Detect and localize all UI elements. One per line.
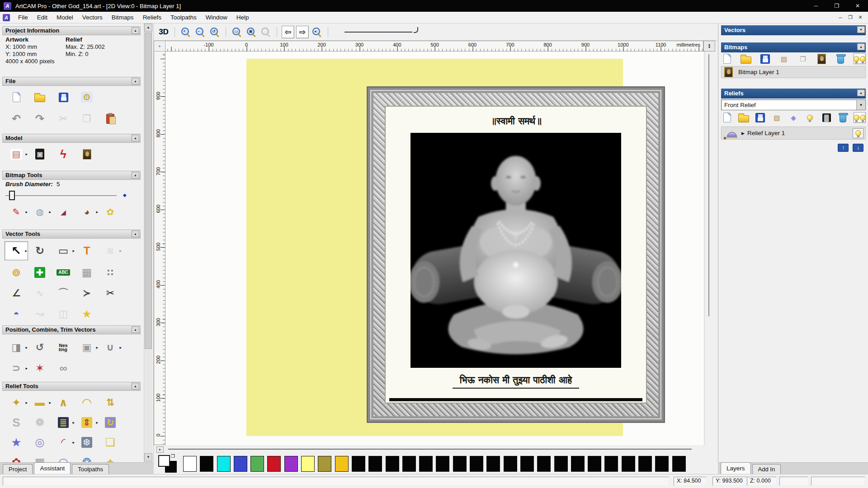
greyscale-preview-icon[interactable]: ▓	[821, 112, 833, 123]
canvas-2d-view[interactable]: ॥स्वामी समर्थ॥	[165, 52, 703, 445]
tab-layers[interactable]: Layers	[721, 462, 751, 474]
transform-vectors-icon[interactable]: ↻	[28, 241, 52, 260]
save-relief-icon[interactable]	[754, 112, 766, 123]
menu-item-vectors[interactable]: Vectors	[78, 13, 107, 22]
mirror-vectors-icon[interactable]: ◫	[52, 305, 75, 324]
slider-track[interactable]	[5, 195, 117, 196]
color-swatch[interactable]	[638, 456, 652, 472]
zoom-object-icon[interactable]	[259, 26, 272, 38]
color-swatch[interactable]	[352, 456, 365, 472]
color-swatch[interactable]	[486, 456, 500, 472]
color-swatch[interactable]	[436, 456, 449, 472]
link-colors-icon[interactable]: ❒	[171, 454, 175, 459]
add-relief-layer-icon[interactable]: ◆	[788, 112, 800, 123]
tab-assistant[interactable]: Assistant	[34, 462, 71, 474]
new-bitmap-icon[interactable]	[721, 53, 733, 64]
sculpt-relief-icon[interactable]: ✦▸	[5, 393, 28, 412]
color-swatch[interactable]	[335, 456, 349, 472]
smooth-relief-icon[interactable]: S	[5, 413, 28, 432]
collapse-model-button[interactable]: ▲	[132, 135, 139, 141]
paste-icon[interactable]	[99, 109, 122, 128]
zoom-box-icon[interactable]: ▭	[231, 26, 243, 38]
save-bitmap-icon[interactable]	[759, 53, 771, 64]
color-swatch[interactable]	[250, 456, 264, 472]
paint-icon[interactable]: ✎▸	[5, 202, 28, 221]
collapse-relief-tools-button[interactable]: ▲	[132, 383, 139, 389]
color-palette-icon[interactable]: ◕▸	[75, 202, 99, 221]
create-arc-icon[interactable]: ≻	[75, 284, 99, 303]
menu-item-model[interactable]: Model	[52, 13, 78, 22]
relief-combination-dropdown[interactable]: Front Relief ▼	[721, 99, 866, 110]
relief-dome-icon[interactable]: ◠	[75, 393, 99, 412]
merge-bitmap-icon[interactable]: ❐	[797, 53, 809, 64]
shape-editor-icon[interactable]: ★	[5, 433, 28, 452]
paint-selective-icon[interactable]: ✿	[99, 202, 122, 221]
color-swatch[interactable]	[604, 456, 618, 472]
color-swatch[interactable]	[318, 456, 331, 472]
create-star-icon[interactable]: ★	[75, 305, 99, 324]
menu-item-reliefs[interactable]: Reliefs	[138, 13, 166, 22]
text-on-curve-icon[interactable]: ↺	[28, 338, 52, 357]
color-palette-icon-flyout[interactable]: ▸	[96, 210, 98, 214]
wrap-vectors-icon[interactable]: ◓	[5, 305, 28, 324]
tab-add-in[interactable]: Add In	[752, 464, 781, 474]
model-area[interactable]: ॥स्वामी समर्थ॥	[246, 59, 623, 436]
set-model-size-icon[interactable]: ▤▸	[5, 145, 28, 164]
fit-curve-icon[interactable]: ⌒	[52, 284, 75, 303]
trash-bitmap-icon[interactable]	[835, 53, 847, 64]
zoom-previous-icon[interactable]: ↺	[208, 26, 221, 38]
color-swatch[interactable]	[672, 456, 686, 472]
flood-fill-icon-flyout[interactable]: ▸	[49, 210, 51, 214]
ruler-options-button[interactable]: ▲ ▼	[703, 41, 715, 52]
relief-layer-expander-icon[interactable]: ▶	[741, 131, 745, 136]
color-swatch[interactable]	[267, 456, 281, 472]
brush-diameter-slider[interactable]	[5, 191, 117, 201]
relief-transfer-icon[interactable]: ⇅	[99, 393, 122, 412]
menu-item-edit[interactable]: Edit	[33, 13, 52, 22]
menu-item-toolpaths[interactable]: Toolpaths	[166, 13, 201, 22]
color-swatch[interactable]	[453, 456, 467, 472]
menu-item-window[interactable]: Window	[201, 13, 232, 22]
color-swatch[interactable]	[284, 456, 298, 472]
primary-color-swatch[interactable]	[158, 455, 170, 467]
trash-relief-icon[interactable]	[837, 112, 849, 123]
color-swatch[interactable]	[571, 456, 585, 472]
extra-relief-1-icon[interactable]: ✿	[5, 453, 28, 462]
mdi-restore-button[interactable]: ❐	[845, 13, 855, 22]
group-vectors-icon[interactable]: ▣▸	[75, 338, 99, 357]
zero-plane-icon-flyout[interactable]: ▸	[49, 400, 51, 405]
two-rail-sweep-icon[interactable]: ◜▸	[52, 433, 75, 452]
envelope-distort-icon[interactable]: ▦	[75, 263, 99, 282]
redo-icon[interactable]: ↷	[28, 109, 52, 128]
select-vectors-icon[interactable]: ↖▸	[5, 241, 28, 260]
color-swatch[interactable]	[537, 456, 551, 472]
text-wizard-icon[interactable]: ABC	[52, 263, 75, 282]
color-swatch[interactable]	[301, 456, 315, 472]
color-swatch[interactable]	[183, 456, 197, 472]
color-swatch[interactable]	[588, 456, 601, 472]
relief-cones-icon[interactable]: ∧	[52, 393, 75, 412]
collapse-reliefs-button[interactable]: ▲	[857, 89, 865, 96]
relief-layer-stack-icon[interactable]: ❏	[99, 433, 122, 452]
copy-bitmap-icon[interactable]	[816, 53, 828, 64]
extra-relief-3-icon[interactable]: ◠	[52, 453, 75, 462]
menu-item-help[interactable]: Help	[232, 13, 254, 22]
menu-item-bitmaps[interactable]: Bitmaps	[107, 13, 138, 22]
relief-stack-icon[interactable]: ⇕▸	[75, 413, 99, 432]
expand-vectors-button[interactable]: ▼	[857, 26, 865, 33]
show-previous-bitmap-icon[interactable]: ⇦	[282, 26, 294, 38]
tab-toolpaths[interactable]: Toolpaths	[72, 464, 109, 474]
color-swatch[interactable]	[504, 456, 517, 472]
collapse-file-button[interactable]: ▲	[132, 78, 139, 84]
mdi-close-button[interactable]: ✕	[855, 13, 865, 22]
maximize-button[interactable]: ❐	[826, 0, 847, 12]
bitmap-layer-row[interactable]: Bitmap Layer 1	[721, 66, 866, 78]
wrap-relief-icon[interactable]: ◎	[28, 433, 52, 452]
color-swatch[interactable]	[470, 456, 483, 472]
move-layer-up-button[interactable]: ↑	[838, 144, 849, 152]
weave-relief-icon[interactable]: ❁	[28, 413, 52, 432]
paste-along-curve-icon[interactable]: ∷	[99, 263, 122, 282]
extra-relief-4-icon[interactable]: ❂	[75, 453, 99, 462]
toggle-reliefs-visibility-icon[interactable]	[854, 112, 866, 123]
scroll-thumb[interactable]	[145, 33, 152, 349]
